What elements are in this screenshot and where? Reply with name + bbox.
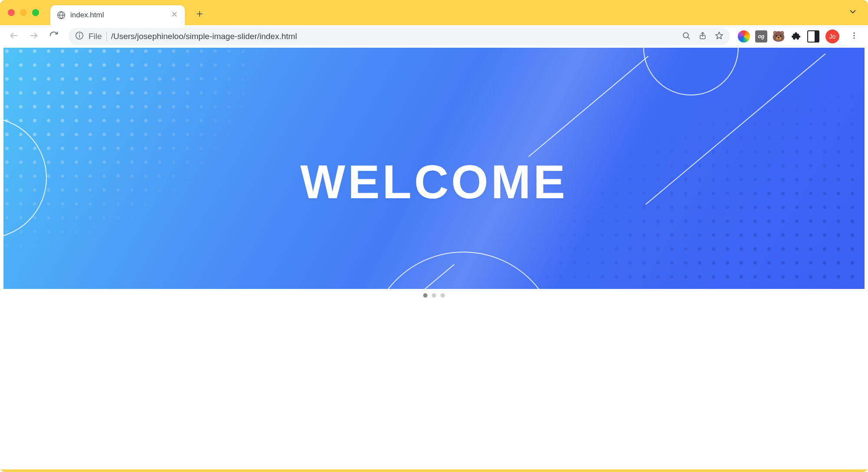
chevron-down-icon [848,7,858,18]
svg-marker-6 [716,32,723,39]
avatar-initials: Jo [829,33,836,40]
arrow-right-icon [29,31,39,42]
bookmark-button[interactable] [714,32,724,41]
window-close-button[interactable] [8,9,15,16]
browser-window: index.html [0,0,868,472]
decor-dots-bottom-right [526,89,865,289]
forward-button[interactable] [25,28,43,45]
decor-ring-center [368,252,559,289]
new-tab-button[interactable] [191,6,208,23]
tab-close-button[interactable] [170,11,179,20]
tab-title: index.html [70,11,166,20]
omnibox-actions [681,32,724,41]
side-panel-button[interactable] [807,30,819,43]
extension-3[interactable]: 🐻 [773,30,785,43]
address-bar[interactable]: File /Users/josephineloo/simple-image-sl… [69,28,730,45]
extensions-button[interactable] [790,30,802,43]
tabstrip: index.html [0,0,868,25]
zoom-button[interactable] [681,32,691,41]
decor-line-2 [645,53,825,205]
browser-menu-button[interactable] [845,28,863,45]
profile-avatar[interactable]: Jo [825,30,839,43]
kebab-icon [850,31,858,42]
globe-icon [56,10,66,20]
extension-1[interactable] [738,30,750,43]
arrow-left-icon [9,31,19,42]
url-divider [106,32,107,41]
toolbar: File /Users/josephineloo/simple-image-sl… [0,25,868,48]
window-zoom-button[interactable] [32,9,39,16]
tab-overflow-button[interactable] [848,0,864,25]
close-icon [171,11,178,19]
pager-dot-1[interactable] [423,293,427,298]
url-path: /Users/josephineloo/simple-image-slider/… [111,32,677,41]
back-button[interactable] [5,28,23,45]
decor-dots-top-left [3,48,264,256]
svg-point-8 [853,35,855,36]
share-button[interactable] [698,32,707,41]
share-icon [698,31,707,42]
plus-icon [196,10,204,20]
window-controls [8,0,39,25]
pager-dot-3[interactable] [441,293,445,298]
browser-tab[interactable]: index.html [50,5,185,25]
url-scheme: File [89,32,102,41]
decor-ring-left [3,117,47,239]
bear-icon: 🐻 [772,31,785,42]
extension-2[interactable]: og [755,30,767,43]
reload-icon [49,31,59,42]
web-content: WELCOME [0,48,868,469]
svg-point-9 [853,37,855,39]
extension-icons: og 🐻 [738,30,819,43]
site-info-button[interactable] [75,32,84,41]
decor-line-3 [381,264,454,289]
image-slider[interactable]: WELCOME [3,48,865,289]
reload-button[interactable] [45,28,62,45]
svg-point-4 [683,33,688,38]
star-icon [715,31,723,42]
svg-point-7 [853,33,855,34]
info-icon [75,31,84,43]
puzzle-icon [791,31,801,42]
window-frame-bottom [0,469,868,472]
window-minimize-button[interactable] [20,9,27,16]
slider-pager [3,293,865,298]
decor-ring-top [643,48,739,95]
decor-line-1 [528,56,648,157]
slide-heading: WELCOME [3,154,865,209]
pager-dot-2[interactable] [432,293,436,298]
svg-point-3 [79,33,80,34]
magnifier-icon [682,31,690,42]
